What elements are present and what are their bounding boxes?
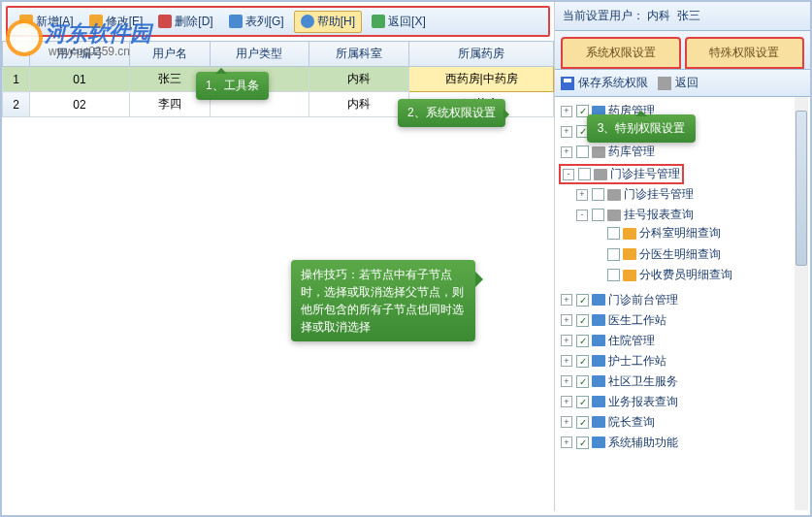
row-number: 1 [3, 67, 30, 92]
list-icon [229, 15, 243, 28]
book-icon [592, 146, 605, 158]
expand-icon[interactable]: + [561, 146, 572, 158]
tree-label[interactable]: 分收费员明细查询 [639, 267, 732, 283]
tree-label[interactable]: 护士工作站 [608, 353, 666, 370]
back-icon [372, 15, 385, 28]
collapse-icon[interactable]: - [576, 210, 588, 221]
col-username[interactable]: 用户名 [129, 42, 210, 67]
tree-checkbox[interactable]: ✓ [576, 355, 589, 368]
sub-toolbar: 保存系统权限 返回 [555, 70, 810, 97]
current-user-label: 当前设置用户： [563, 8, 644, 24]
tree-label[interactable]: 系统辅助功能 [608, 435, 678, 451]
tree-label[interactable]: 分医生明细查询 [639, 246, 721, 263]
tree-label[interactable]: 门诊挂号管理 [624, 186, 694, 203]
back-button[interactable]: 返回[X] [366, 12, 432, 32]
book-icon [607, 210, 621, 221]
tree-node: -挂号报表查询分科室明细查询分医生明细查询分收费员明细查询 [574, 205, 808, 288]
tree-label[interactable]: 门诊挂号管理 [610, 166, 680, 182]
col-pharmacy[interactable]: 所属药房 [409, 42, 554, 67]
tree-checkbox[interactable] [578, 168, 591, 180]
expand-icon[interactable]: + [561, 436, 572, 448]
expand-icon[interactable]: + [561, 314, 572, 326]
row-header-col [3, 42, 30, 67]
svg-rect-2 [658, 77, 671, 90]
tree-checkbox[interactable]: ✓ [576, 436, 589, 449]
expand-icon[interactable]: + [561, 355, 572, 367]
expand-icon[interactable]: + [561, 126, 572, 138]
tree-label[interactable]: 社区卫生服务 [608, 373, 678, 390]
tree-checkbox[interactable] [592, 209, 604, 221]
return-button[interactable]: 返回 [658, 75, 698, 91]
new-button[interactable]: 新增[A] [14, 12, 80, 32]
tree-checkbox[interactable]: ✓ [576, 416, 589, 429]
edit-button[interactable]: 修改[E] [83, 12, 149, 32]
tree-label[interactable]: 业务报表查询 [608, 394, 678, 410]
expand-icon[interactable]: + [576, 189, 588, 201]
expand-icon[interactable]: + [561, 335, 572, 346]
tree-checkbox[interactable]: ✓ [576, 396, 589, 408]
callout-tip: 操作技巧：若节点中有子节点时，选择或取消选择父节点，则他所包含的所有子节点也同时… [291, 260, 475, 341]
leaf-icon [592, 270, 603, 281]
table-row[interactable]: 101张三内科西药房|中药房 [3, 67, 554, 92]
return-icon [658, 77, 671, 90]
tree-checkbox[interactable]: ✓ [576, 375, 589, 388]
tree-checkbox[interactable]: ✓ [576, 335, 589, 347]
col-dept[interactable]: 所属科室 [309, 42, 409, 67]
tree-label[interactable]: 药库管理 [608, 144, 655, 160]
table-cell[interactable]: 02 [30, 92, 130, 117]
expand-icon[interactable]: + [561, 416, 572, 428]
tree-checkbox[interactable] [607, 248, 620, 261]
tree-node: -门诊挂号管理+门诊挂号管理-挂号报表查询分科室明细查询分医生明细查询分收费员明… [559, 162, 808, 290]
list-button[interactable]: 表列[G] [223, 12, 290, 32]
tab-system-permission[interactable]: 系统权限设置 [561, 37, 681, 69]
callout-special-permission: 3、特别权限设置 [587, 114, 696, 143]
table-cell[interactable]: 内科 [309, 92, 409, 117]
table-cell[interactable]: 内科 [309, 67, 409, 92]
table-cell[interactable]: 西药房|中药房 [409, 67, 554, 92]
book-icon [592, 335, 605, 346]
toolbar: 新增[A] 修改[E] 删除[D] 表列[G] 帮助[H] 返回[X] [6, 6, 550, 37]
current-user-dept: 内科 [647, 8, 670, 24]
save-permission-button[interactable]: 保存系统权限 [561, 75, 648, 91]
tree-label[interactable]: 门诊前台管理 [608, 292, 678, 308]
book-icon [592, 416, 605, 428]
tree-node: +✓医生工作站 [559, 310, 808, 331]
tree-node: +✓住院管理 [559, 331, 808, 351]
delete-icon [158, 15, 172, 28]
expand-icon[interactable]: + [561, 106, 572, 117]
tree-checkbox[interactable]: ✓ [576, 314, 589, 327]
expand-icon[interactable]: + [561, 294, 572, 306]
callout-sys-permission: 2、系统权限设置 [398, 99, 505, 127]
expand-icon[interactable]: + [561, 396, 572, 407]
tree-checkbox[interactable] [592, 188, 604, 201]
table-cell[interactable]: 01 [30, 67, 130, 92]
book-icon [623, 248, 636, 260]
callout-toolbar: 1、工具条 [196, 72, 269, 100]
current-user-name: 张三 [677, 8, 700, 24]
tree-label[interactable]: 分科室明细查询 [639, 225, 721, 242]
collapse-icon[interactable]: - [563, 169, 574, 180]
help-button[interactable]: 帮助[H] [294, 11, 362, 33]
tree-label[interactable]: 住院管理 [608, 333, 655, 349]
tree-checkbox[interactable] [576, 145, 589, 158]
tree-node: 分医生明细查询 [590, 244, 808, 266]
tree-checkbox[interactable] [607, 269, 620, 281]
scroll-thumb[interactable] [796, 111, 807, 266]
book-icon [592, 314, 605, 326]
delete-button[interactable]: 删除[D] [152, 12, 218, 32]
tree-checkbox[interactable] [607, 227, 620, 240]
tab-special-permission[interactable]: 特殊权限设置 [685, 37, 805, 69]
col-usercode[interactable]: 用户编号 [30, 42, 130, 67]
tree-label[interactable]: 医生工作站 [608, 312, 666, 329]
save-icon [561, 77, 574, 90]
tree-node: +✓院长查询 [559, 412, 808, 433]
tree-label[interactable]: 挂号报表查询 [624, 207, 694, 223]
permission-tree[interactable]: +✓药房管理+✓药房管理+药库管理-门诊挂号管理+门诊挂号管理-挂号报表查询分科… [555, 97, 810, 510]
tree-label[interactable]: 院长查询 [608, 414, 655, 431]
edit-icon [89, 15, 103, 28]
tree-scrollbar[interactable] [795, 97, 808, 510]
expand-icon[interactable]: + [561, 375, 572, 387]
book-icon [592, 436, 605, 448]
tree-checkbox[interactable]: ✓ [576, 294, 589, 307]
tree-node: 分收费员明细查询 [590, 265, 808, 286]
